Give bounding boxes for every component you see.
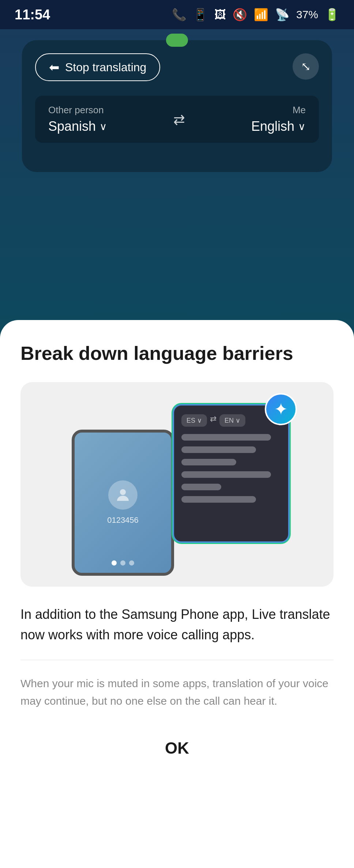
- overlay-lang-pills: ES ∨ ⇄ EN ∨: [181, 414, 245, 427]
- language-selector: Other person Spanish ∨ ⇄ Me English ∨: [35, 96, 319, 143]
- me-label: Me: [293, 104, 306, 116]
- sparkle-badge: ✦: [265, 393, 297, 425]
- stop-translating-button[interactable]: ⬅ Stop translating: [35, 53, 160, 81]
- swap-languages-icon[interactable]: ⇄: [173, 111, 185, 127]
- description-text: In addition to the Samsung Phone app, Li…: [20, 604, 334, 645]
- bottom-sheet: Break down language barriers 0123456 ES: [0, 320, 354, 868]
- overlay-lang-2: EN ∨: [219, 414, 245, 427]
- sheet-title: Break down language barriers: [20, 342, 334, 365]
- divider: [20, 660, 334, 660]
- dot-2: [120, 560, 125, 566]
- dot-3: [129, 560, 134, 566]
- stop-translating-label: Stop translating: [65, 61, 146, 74]
- other-person-language: Spanish: [48, 119, 96, 134]
- overlay-swap-icon: ⇄: [210, 414, 216, 427]
- text-line-1: [181, 434, 271, 441]
- me-chevron-icon: ∨: [298, 121, 306, 133]
- overlay-lang-1: ES ∨: [181, 414, 207, 427]
- handset-icon: 📱: [193, 8, 208, 22]
- phone-number: 0123456: [107, 515, 139, 525]
- me-side: Me English ∨: [251, 104, 306, 134]
- dot-1: [112, 560, 117, 566]
- battery-indicator: 37%: [296, 8, 318, 21]
- image-icon: 🖼: [214, 8, 226, 22]
- text-line-4: [181, 471, 271, 478]
- phone-dots: [112, 560, 134, 566]
- translator-widget: ⬅ Stop translating ⤡ Other person Spanis…: [22, 40, 332, 172]
- status-bar: 11:54 📞 📱 🖼 🔇 📶 📡 37% 🔋: [0, 0, 354, 29]
- text-line-2: [181, 446, 256, 453]
- illustration-area: 0123456 ES ∨ ⇄ EN ∨: [20, 382, 334, 587]
- sparkle-icon: ✦: [274, 399, 288, 419]
- collapse-button[interactable]: ⤡: [293, 53, 319, 80]
- overlay-text-lines: [181, 434, 281, 503]
- contact-avatar: [108, 480, 138, 510]
- overlay-header: ES ∨ ⇄ EN ∨: [181, 414, 281, 427]
- wifi-icon: 📶: [254, 8, 268, 22]
- other-person-label: Other person: [48, 104, 107, 116]
- me-language: English: [251, 119, 294, 134]
- text-line-6: [181, 496, 256, 503]
- stop-icon: ⬅: [49, 60, 59, 75]
- active-indicator: [166, 34, 188, 47]
- other-person-language-selector[interactable]: Spanish ∨: [48, 119, 107, 134]
- translation-overlay-mockup: ES ∨ ⇄ EN ∨: [173, 404, 290, 543]
- mute-icon: 🔇: [233, 8, 247, 22]
- other-person-chevron-icon: ∨: [99, 121, 107, 133]
- phone-mockup: 0123456: [72, 430, 174, 576]
- status-time: 11:54: [15, 7, 50, 23]
- collapse-icon: ⤡: [301, 60, 311, 73]
- battery-icon: 🔋: [325, 8, 339, 22]
- svg-point-0: [120, 489, 126, 495]
- status-icons: 📞 📱 🖼 🔇 📶 📡 37% 🔋: [172, 8, 339, 22]
- text-line-3: [181, 459, 236, 465]
- other-person-side: Other person Spanish ∨: [48, 104, 107, 134]
- me-language-selector[interactable]: English ∨: [251, 119, 306, 134]
- signal-icon: 📡: [275, 8, 290, 22]
- phone-icon: 📞: [172, 8, 187, 22]
- text-line-5: [181, 484, 221, 490]
- warning-text: When your mic is muted in some apps, tra…: [20, 675, 334, 710]
- ok-button[interactable]: OK: [20, 732, 334, 765]
